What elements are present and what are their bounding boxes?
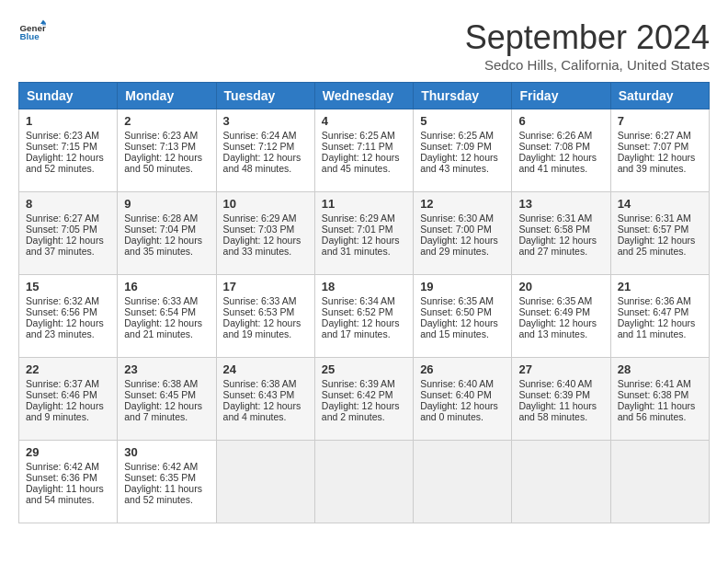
day-number: 30 <box>124 445 209 459</box>
weekday-header-tuesday: Tuesday <box>216 83 314 109</box>
calendar-table: SundayMondayTuesdayWednesdayThursdayFrid… <box>18 82 710 523</box>
daylight-label: Daylight: 12 hours and 21 minutes. <box>124 317 202 339</box>
calendar-cell: 8 Sunrise: 6:27 AM Sunset: 7:05 PM Dayli… <box>19 192 118 275</box>
calendar-cell: 7 Sunrise: 6:27 AM Sunset: 7:07 PM Dayli… <box>610 109 709 192</box>
daylight-label: Daylight: 12 hours and 35 minutes. <box>124 235 202 257</box>
daylight-label: Daylight: 12 hours and 0 minutes. <box>420 400 498 422</box>
sunrise-label: Sunrise: 6:40 AM <box>420 378 494 389</box>
calendar-cell: 3 Sunrise: 6:24 AM Sunset: 7:12 PM Dayli… <box>216 109 314 192</box>
calendar-cell: 12 Sunrise: 6:30 AM Sunset: 7:00 PM Dayl… <box>414 192 512 275</box>
sunset-label: Sunset: 7:03 PM <box>223 224 295 235</box>
sunset-label: Sunset: 6:40 PM <box>420 389 492 400</box>
sunset-label: Sunset: 7:15 PM <box>26 141 97 152</box>
calendar-cell: 6 Sunrise: 6:26 AM Sunset: 7:08 PM Dayli… <box>512 109 610 192</box>
sunset-label: Sunset: 6:45 PM <box>124 389 196 400</box>
day-number: 6 <box>518 114 603 128</box>
daylight-label: Daylight: 11 hours and 52 minutes. <box>124 483 202 505</box>
day-number: 20 <box>518 280 603 293</box>
sunrise-label: Sunrise: 6:23 AM <box>124 130 198 141</box>
sunrise-label: Sunrise: 6:29 AM <box>223 213 297 224</box>
daylight-label: Daylight: 12 hours and 2 minutes. <box>322 400 400 422</box>
sunset-label: Sunset: 6:46 PM <box>26 389 97 400</box>
sunrise-label: Sunrise: 6:39 AM <box>322 378 395 389</box>
calendar-cell <box>610 441 709 523</box>
calendar-cell: 19 Sunrise: 6:35 AM Sunset: 6:50 PM Dayl… <box>414 275 512 358</box>
weekday-header-saturday: Saturday <box>610 83 709 109</box>
sunset-label: Sunset: 7:04 PM <box>124 224 196 235</box>
calendar-cell: 14 Sunrise: 6:31 AM Sunset: 6:57 PM Dayl… <box>610 192 709 275</box>
day-number: 8 <box>26 197 110 211</box>
calendar-cell: 15 Sunrise: 6:32 AM Sunset: 6:56 PM Dayl… <box>19 275 118 358</box>
sunset-label: Sunset: 6:52 PM <box>322 306 393 317</box>
calendar-cell: 22 Sunrise: 6:37 AM Sunset: 6:46 PM Dayl… <box>19 358 118 441</box>
title-section: September 2024 Sedco Hills, California, … <box>465 18 710 73</box>
calendar-cell: 17 Sunrise: 6:33 AM Sunset: 6:53 PM Dayl… <box>216 275 314 358</box>
day-number: 3 <box>223 114 308 128</box>
calendar-cell <box>216 441 314 523</box>
sunrise-label: Sunrise: 6:36 AM <box>618 295 691 306</box>
daylight-label: Daylight: 12 hours and 29 minutes. <box>420 235 498 257</box>
sunrise-label: Sunrise: 6:42 AM <box>26 461 99 472</box>
daylight-label: Daylight: 12 hours and 11 minutes. <box>618 317 696 339</box>
sunset-label: Sunset: 7:09 PM <box>420 141 492 152</box>
day-number: 11 <box>322 197 406 211</box>
sunrise-label: Sunrise: 6:31 AM <box>518 213 592 224</box>
day-number: 29 <box>26 445 110 459</box>
weekday-header-sunday: Sunday <box>19 83 118 109</box>
location-subtitle: Sedco Hills, California, United States <box>465 57 710 73</box>
day-number: 17 <box>223 280 308 293</box>
daylight-label: Daylight: 11 hours and 54 minutes. <box>26 483 104 505</box>
sunrise-label: Sunrise: 6:35 AM <box>518 295 592 306</box>
calendar-cell: 29 Sunrise: 6:42 AM Sunset: 6:36 PM Dayl… <box>19 441 118 523</box>
sunrise-label: Sunrise: 6:40 AM <box>518 378 592 389</box>
sunrise-label: Sunrise: 6:33 AM <box>124 295 198 306</box>
calendar-cell: 30 Sunrise: 6:42 AM Sunset: 6:35 PM Dayl… <box>118 441 216 523</box>
svg-text:Blue: Blue <box>20 31 40 41</box>
day-number: 23 <box>124 362 209 376</box>
daylight-label: Daylight: 12 hours and 41 minutes. <box>518 152 597 174</box>
calendar-cell <box>314 441 413 523</box>
sunset-label: Sunset: 7:00 PM <box>420 224 492 235</box>
calendar-cell: 5 Sunrise: 6:25 AM Sunset: 7:09 PM Dayli… <box>414 109 512 192</box>
page-header: General Blue September 2024 Sedco Hills,… <box>18 18 710 73</box>
day-number: 26 <box>420 362 505 376</box>
calendar-cell: 20 Sunrise: 6:35 AM Sunset: 6:49 PM Dayl… <box>512 275 610 358</box>
calendar-week-row: 15 Sunrise: 6:32 AM Sunset: 6:56 PM Dayl… <box>19 275 710 358</box>
sunrise-label: Sunrise: 6:25 AM <box>420 130 494 141</box>
sunrise-label: Sunrise: 6:37 AM <box>26 378 99 389</box>
sunset-label: Sunset: 6:53 PM <box>223 306 295 317</box>
calendar-cell: 4 Sunrise: 6:25 AM Sunset: 7:11 PM Dayli… <box>314 109 413 192</box>
sunset-label: Sunset: 6:54 PM <box>124 306 196 317</box>
calendar-cell: 16 Sunrise: 6:33 AM Sunset: 6:54 PM Dayl… <box>118 275 216 358</box>
day-number: 22 <box>26 362 110 376</box>
calendar-cell: 2 Sunrise: 6:23 AM Sunset: 7:13 PM Dayli… <box>118 109 216 192</box>
day-number: 19 <box>420 280 505 293</box>
calendar-cell: 25 Sunrise: 6:39 AM Sunset: 6:42 PM Dayl… <box>314 358 413 441</box>
sunset-label: Sunset: 6:56 PM <box>26 306 97 317</box>
calendar-week-row: 29 Sunrise: 6:42 AM Sunset: 6:36 PM Dayl… <box>19 441 710 523</box>
daylight-label: Daylight: 12 hours and 33 minutes. <box>223 235 301 257</box>
sunset-label: Sunset: 6:38 PM <box>618 389 689 400</box>
daylight-label: Daylight: 12 hours and 43 minutes. <box>420 152 498 174</box>
sunrise-label: Sunrise: 6:38 AM <box>124 378 198 389</box>
sunrise-label: Sunrise: 6:23 AM <box>26 130 99 141</box>
calendar-cell: 10 Sunrise: 6:29 AM Sunset: 7:03 PM Dayl… <box>216 192 314 275</box>
day-number: 7 <box>618 114 702 128</box>
day-number: 4 <box>322 114 406 128</box>
sunrise-label: Sunrise: 6:24 AM <box>223 130 297 141</box>
sunset-label: Sunset: 6:58 PM <box>518 224 590 235</box>
sunrise-label: Sunrise: 6:34 AM <box>322 295 395 306</box>
day-number: 14 <box>618 197 702 211</box>
calendar-cell: 26 Sunrise: 6:40 AM Sunset: 6:40 PM Dayl… <box>414 358 512 441</box>
sunset-label: Sunset: 6:35 PM <box>124 472 196 483</box>
sunset-label: Sunset: 7:11 PM <box>322 141 393 152</box>
daylight-label: Daylight: 12 hours and 13 minutes. <box>518 317 597 339</box>
sunrise-label: Sunrise: 6:27 AM <box>618 130 691 141</box>
sunset-label: Sunset: 6:42 PM <box>322 389 393 400</box>
calendar-cell: 27 Sunrise: 6:40 AM Sunset: 6:39 PM Dayl… <box>512 358 610 441</box>
daylight-label: Daylight: 12 hours and 50 minutes. <box>124 152 202 174</box>
daylight-label: Daylight: 12 hours and 19 minutes. <box>223 317 301 339</box>
daylight-label: Daylight: 11 hours and 58 minutes. <box>518 400 597 422</box>
daylight-label: Daylight: 12 hours and 9 minutes. <box>26 400 104 422</box>
day-number: 16 <box>124 280 209 293</box>
